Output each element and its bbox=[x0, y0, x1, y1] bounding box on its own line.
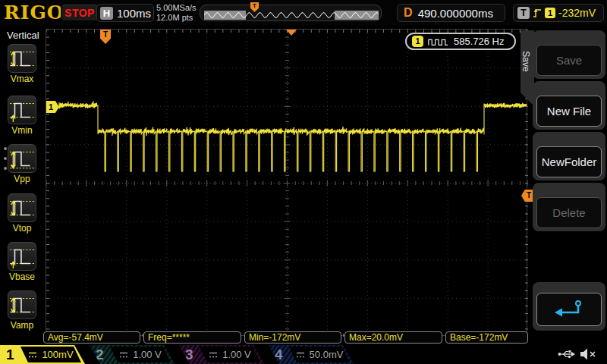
run-state-indicator: STOP bbox=[61, 4, 99, 21]
vmin-icon bbox=[8, 96, 36, 124]
measurement-max: Max=20.0mV bbox=[344, 331, 442, 344]
usb-icon bbox=[558, 348, 576, 360]
rising-edge-icon bbox=[533, 7, 542, 19]
trigger-badge: T bbox=[517, 7, 530, 19]
counter-channel-badge: 1 bbox=[412, 36, 423, 47]
left-measure-menu: Vertical Vmax Vmin Vpp Vtop Vbase Vamp bbox=[0, 26, 44, 345]
delay-value: 490.000000ms bbox=[413, 7, 498, 20]
speaker-muted-icon bbox=[580, 347, 598, 361]
vbase-icon bbox=[8, 242, 36, 271]
channel1-tab[interactable]: 1 100mV bbox=[0, 345, 85, 364]
menu-title: Vertical bbox=[7, 30, 44, 41]
vamp-icon bbox=[8, 290, 36, 319]
measurement-base: Base=-172mV bbox=[445, 331, 528, 344]
timebase-value: 100ms bbox=[117, 7, 151, 20]
delay-readout: D 490.000000ms bbox=[397, 4, 505, 22]
new-folder-button[interactable]: NewFolder bbox=[536, 146, 602, 177]
dc-coupling-icon bbox=[296, 351, 305, 359]
new-file-button[interactable]: New File bbox=[536, 96, 602, 127]
waveform-display: 1 T T 1 585.726 Hz bbox=[46, 29, 527, 336]
measurement-min: Min=-172mV bbox=[244, 331, 341, 344]
oscilloscope-screen: RIGOL STOP H 100ms 5.00MSa/s 12.0M pts T… bbox=[0, 0, 607, 364]
memory-depth: 12.0M pts bbox=[156, 13, 197, 23]
back-button[interactable] bbox=[536, 293, 602, 326]
horizontal-badge: H bbox=[100, 7, 113, 20]
menu-item-vbase[interactable]: Vbase bbox=[0, 242, 44, 282]
save-button[interactable]: Save bbox=[536, 45, 602, 76]
measurement-avg: Avg=-57.4mV bbox=[43, 331, 140, 344]
frequency-counter: 1 585.726 Hz bbox=[405, 33, 516, 50]
measurement-freq: Freq=***** bbox=[143, 331, 241, 344]
menu-page-dots bbox=[4, 147, 7, 177]
right-soft-menu: Save Save New File NewFolder Delete bbox=[521, 26, 607, 345]
frequency-value: 585.726 Hz bbox=[454, 36, 505, 47]
top-status-bar: RIGOL STOP H 100ms 5.00MSa/s 12.0M pts T… bbox=[0, 0, 607, 26]
vtop-icon bbox=[8, 193, 36, 222]
menu-group-label: Save bbox=[521, 37, 531, 86]
vmax-icon bbox=[8, 44, 36, 73]
menu-item-vmin[interactable]: Vmin bbox=[0, 96, 44, 136]
sample-rate: 5.00MSa/s bbox=[156, 3, 197, 13]
menu-item-vmax[interactable]: Vmax bbox=[0, 44, 44, 84]
delay-badge: D bbox=[404, 6, 413, 20]
delete-button[interactable]: Delete bbox=[536, 197, 602, 228]
measurement-results-bar: Avg=-57.4mV Freq=***** Min=-172mV Max=20… bbox=[0, 331, 607, 344]
channel2-tab[interactable]: 2 1.00 V bbox=[90, 345, 175, 364]
grid-and-trace bbox=[46, 30, 528, 337]
dc-coupling-icon bbox=[119, 351, 128, 359]
acquisition-readout: 5.00MSa/s 12.0M pts bbox=[156, 3, 197, 23]
menu-item-vtop[interactable]: Vtop bbox=[0, 193, 44, 234]
menu-item-vamp[interactable]: Vamp bbox=[0, 290, 44, 331]
square-wave-icon bbox=[427, 36, 450, 47]
trigger-level-value: -232mV bbox=[558, 7, 596, 19]
trigger-source-badge: 1 bbox=[545, 8, 555, 18]
channel4-tab[interactable]: 4 50.0mV bbox=[269, 345, 354, 364]
memory-position-bar: T bbox=[200, 5, 382, 21]
return-arrow-icon bbox=[552, 299, 586, 318]
vpp-icon bbox=[8, 144, 36, 173]
memory-wave-icon bbox=[204, 11, 379, 20]
trigger-readout: T 1 -232mV bbox=[513, 4, 604, 22]
dc-coupling-icon bbox=[209, 351, 218, 359]
channel3-tab[interactable]: 3 1.00 V bbox=[179, 345, 264, 364]
timebase-readout: H 100ms bbox=[96, 4, 154, 22]
dc-coupling-icon bbox=[28, 351, 37, 359]
channel-status-bar: 1 100mV 2 1.00 V 3 bbox=[0, 345, 607, 364]
